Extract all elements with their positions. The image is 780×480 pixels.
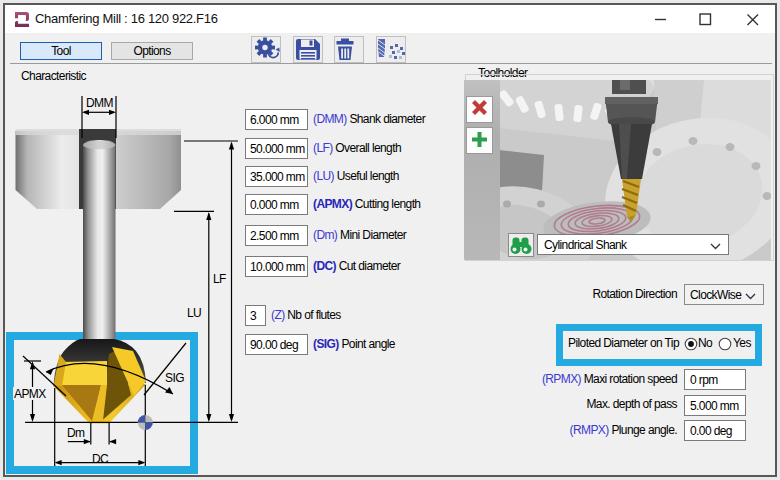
svg-text:Dm: Dm [67, 426, 85, 440]
svg-text:SIG: SIG [165, 371, 184, 385]
svg-text:DC: DC [92, 452, 109, 466]
svg-text:LU: LU [187, 306, 201, 320]
svg-text:DMM: DMM [86, 96, 113, 110]
svg-text:LF: LF [213, 272, 226, 286]
svg-text:APMX: APMX [14, 387, 46, 401]
